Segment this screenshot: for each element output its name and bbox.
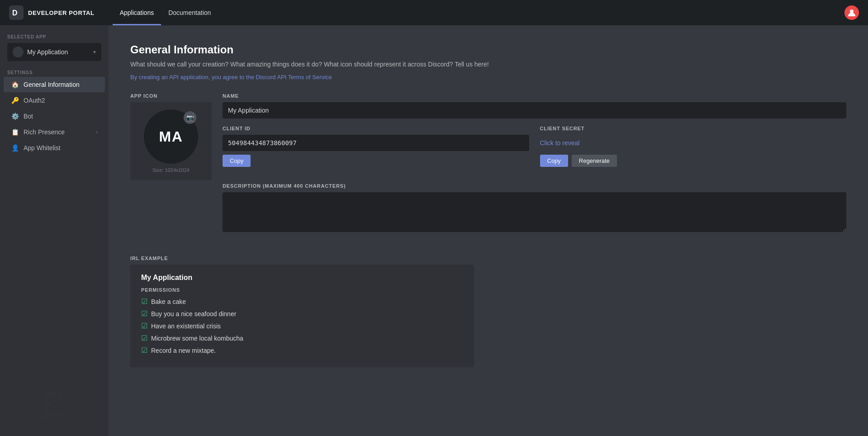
sidebar-item-general-information[interactable]: 🏠 General Information (4, 77, 105, 92)
icon-name-row: APP ICON MA 📷 Size: 1024x1024 NAME (130, 93, 846, 246)
key-icon: 🔑 (11, 96, 19, 104)
client-secret-label: CLIENT SECRET (540, 126, 847, 131)
nav-item-label-oauth2: OAuth2 (24, 97, 98, 104)
permission-text: Microbrew some local kombucha (151, 335, 243, 342)
app-icon-wrapper: MA 📷 Size: 1024x1024 (130, 102, 212, 180)
main-content: General Information What should we call … (109, 25, 868, 436)
sidebar-background-art (0, 300, 109, 436)
client-row: CLIENT ID 504984434873860097 Copy CLIENT… (223, 126, 846, 167)
permission-item: ☑Bake a cake (141, 297, 463, 306)
svg-marker-6 (59, 355, 95, 391)
discord-icon: D (9, 5, 24, 20)
page-description: What should we call your creation? What … (130, 60, 846, 69)
selected-app-section: SELECTED APP My Application ▾ (0, 34, 109, 70)
nav-link-documentation[interactable]: Documentation (161, 0, 218, 25)
irl-example-section: IRL EXAMPLE My Application PERMISSIONS ☑… (130, 256, 846, 367)
nav-item-label-whitelist: App Whitelist (24, 144, 98, 152)
permission-text: Bake a cake (151, 298, 186, 305)
irl-box: My Application PERMISSIONS ☑Bake a cake☑… (130, 265, 474, 367)
permission-text: Buy you a nice seafood dinner (151, 310, 236, 318)
app-icon-circle-wrapper: MA 📷 (144, 109, 198, 164)
page-title: General Information (130, 43, 846, 56)
client-id-label: CLIENT ID (223, 126, 529, 131)
description-textarea[interactable] (223, 192, 846, 232)
permission-item: ☑Record a new mixtape. (141, 346, 463, 355)
app-icon-section: APP ICON MA 📷 Size: 1024x1024 (130, 93, 212, 246)
nav-link-applications[interactable]: Applications (113, 0, 161, 25)
sidebar-item-app-whitelist[interactable]: 👤 App Whitelist (4, 140, 105, 156)
nav-item-label-rich-presence: Rich Presence (24, 128, 91, 136)
description-section: DESCRIPTION (MAXIMUM 400 CHARACTERS) (223, 183, 846, 234)
chevron-right-icon: › (96, 129, 98, 135)
sidebar-item-rich-presence[interactable]: 📋 Rich Presence › (4, 124, 105, 140)
layout: SELECTED APP My Application ▾ SETTINGS 🏠… (0, 25, 868, 436)
name-label: NAME (223, 93, 846, 99)
brand-text: DEVELOPER PORTAL (28, 9, 95, 16)
top-nav: D DEVELOPER PORTAL Applications Document… (0, 0, 868, 25)
permission-text: Have an existential crisis (151, 322, 221, 330)
client-secret-section: CLIENT SECRET Click to reveal Copy Regen… (540, 126, 847, 167)
irl-app-name: My Application (141, 274, 463, 282)
client-id-section: CLIENT ID 504984434873860097 Copy (223, 126, 529, 167)
sidebar-item-oauth2[interactable]: 🔑 OAuth2 (4, 93, 105, 108)
check-icon: ☑ (141, 309, 147, 318)
nav-links: Applications Documentation (113, 0, 844, 25)
name-input[interactable] (223, 102, 846, 118)
copy-client-secret-button[interactable]: Copy (540, 155, 568, 167)
home-icon: 🏠 (11, 81, 19, 89)
svg-text:D: D (12, 9, 18, 17)
settings-label: SETTINGS (0, 70, 109, 75)
gear-icon: ⚙️ (11, 112, 19, 120)
app-name: My Application (27, 48, 90, 56)
svg-marker-4 (45, 323, 81, 359)
client-id-value: 504984434873860097 (223, 135, 529, 151)
client-id-buttons: Copy (223, 155, 529, 167)
terms-of-service-link[interactable]: By creating an API application, you agre… (130, 74, 332, 81)
avatar-icon (847, 8, 856, 17)
sidebar: SELECTED APP My Application ▾ SETTINGS 🏠… (0, 25, 109, 436)
description-label: DESCRIPTION (MAXIMUM 400 CHARACTERS) (223, 183, 846, 189)
camera-icon[interactable]: 📷 (184, 111, 196, 124)
app-avatar (13, 47, 24, 57)
click-to-reveal[interactable]: Click to reveal (540, 135, 847, 151)
permissions-list: ☑Bake a cake☑Buy you a nice seafood dinn… (141, 297, 463, 355)
svg-marker-3 (18, 323, 54, 359)
permission-item: ☑Buy you a nice seafood dinner (141, 309, 463, 318)
sidebar-item-bot[interactable]: ⚙️ Bot (4, 109, 105, 124)
selected-app-label: SELECTED APP (7, 34, 101, 39)
regenerate-button[interactable]: Regenerate (572, 155, 617, 167)
permissions-label: PERMISSIONS (141, 287, 463, 293)
svg-marker-8 (45, 386, 81, 422)
nav-item-label-general: General Information (24, 81, 98, 88)
client-secret-buttons: Copy Regenerate (540, 155, 847, 167)
permission-text: Record a new mixtape. (151, 347, 216, 354)
check-icon: ☑ (141, 322, 147, 330)
check-icon: ☑ (141, 297, 147, 306)
nav-item-label-bot: Bot (24, 113, 98, 120)
rich-presence-icon: 📋 (11, 128, 19, 136)
user-avatar[interactable] (844, 5, 859, 20)
copy-client-id-button[interactable]: Copy (223, 155, 251, 167)
svg-point-2 (850, 9, 854, 13)
dropdown-chevron-icon: ▾ (93, 49, 96, 55)
svg-marker-5 (32, 355, 68, 391)
permission-item: ☑Have an existential crisis (141, 322, 463, 330)
name-section: NAME (223, 93, 846, 118)
whitelist-icon: 👤 (11, 144, 19, 152)
check-icon: ☑ (141, 346, 147, 355)
permission-item: ☑Microbrew some local kombucha (141, 334, 463, 342)
app-icon-label: APP ICON (130, 93, 212, 99)
check-icon: ☑ (141, 334, 147, 342)
app-selector-dropdown[interactable]: My Application ▾ (7, 43, 101, 61)
irl-example-label: IRL EXAMPLE (130, 256, 846, 261)
icon-size-text: Size: 1024x1024 (152, 167, 190, 173)
brand: D DEVELOPER PORTAL (9, 5, 95, 20)
